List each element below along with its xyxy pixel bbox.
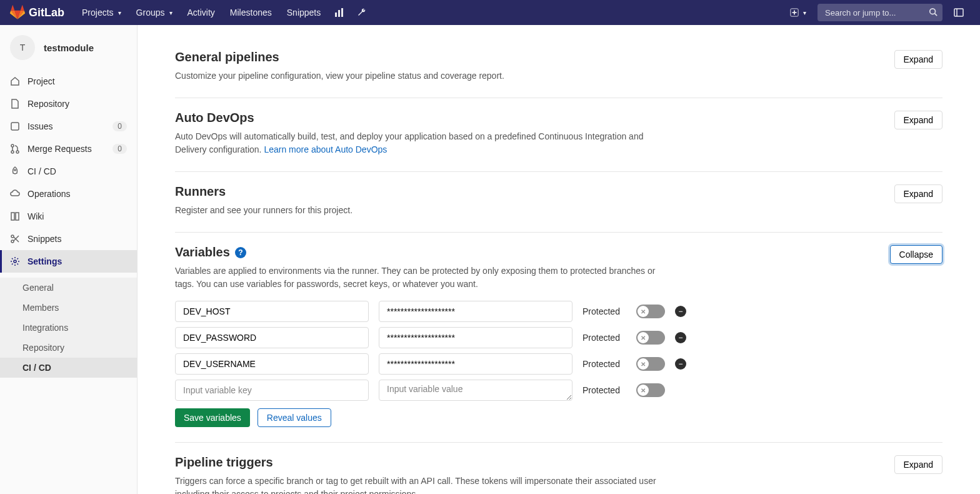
section-title: General pipelines	[175, 50, 882, 64]
nav-wrench-icon[interactable]	[351, 0, 373, 25]
section-pipeline-triggers: Pipeline triggers Triggers can force a s…	[175, 443, 942, 494]
save-variables-button[interactable]: Save variables	[175, 408, 250, 427]
protected-label: Protected	[582, 359, 626, 369]
collapse-button[interactable]: Collapse	[890, 245, 942, 264]
navbar-right	[784, 0, 970, 25]
protected-label: Protected	[582, 333, 626, 343]
section-desc: Customize your pipeline configuration, v…	[175, 69, 662, 83]
gear-icon	[10, 256, 20, 266]
issues-badge: 0	[112, 121, 127, 131]
settings-sub-members[interactable]: Members	[0, 298, 137, 318]
variable-row: Protected −	[175, 327, 942, 348]
section-variables: Variables? Variables are applied to envi…	[175, 233, 942, 443]
variable-key-input[interactable]	[175, 353, 369, 375]
svg-point-9	[11, 151, 14, 153]
gitlab-icon	[10, 5, 25, 20]
sidebar-item-cicd[interactable]: CI / CD	[0, 160, 137, 183]
protected-label: Protected	[582, 385, 626, 395]
reveal-values-button[interactable]: Reveal values	[258, 408, 331, 427]
svg-point-10	[16, 151, 19, 153]
settings-submenu: General Members Integrations Repository …	[0, 278, 137, 378]
sidebar-item-settings[interactable]: Settings	[0, 250, 137, 273]
protected-toggle[interactable]	[636, 331, 665, 345]
project-avatar: T	[10, 35, 35, 60]
nav-groups[interactable]: Groups	[129, 0, 180, 25]
nav-chart-icon[interactable]	[328, 0, 351, 25]
section-desc: Variables are applied to environments vi…	[175, 265, 662, 291]
remove-button[interactable]: −	[675, 332, 686, 343]
gitlab-logo[interactable]: GitLab	[10, 5, 64, 20]
variable-key-input[interactable]	[175, 301, 369, 322]
sidebar-item-project[interactable]: Project	[0, 70, 137, 93]
svg-rect-7	[11, 123, 19, 130]
scissors-icon	[10, 234, 20, 244]
svg-point-12	[11, 235, 14, 238]
learn-more-link[interactable]: Learn more about Auto DevOps	[264, 144, 387, 154]
variable-value-input[interactable]	[379, 327, 572, 348]
search-icon	[929, 8, 938, 18]
sidebar-item-wiki[interactable]: Wiki	[0, 205, 137, 228]
svg-point-4	[930, 9, 936, 14]
variable-row: Protected −	[175, 301, 942, 322]
search-input[interactable]	[818, 4, 942, 21]
variable-value-input[interactable]	[379, 301, 572, 322]
protected-toggle[interactable]	[636, 305, 665, 318]
svg-point-8	[11, 144, 14, 147]
sidebar-item-repository[interactable]: Repository	[0, 93, 137, 115]
side-nav: Project Repository Issues0 Merge Request…	[0, 70, 137, 278]
remove-button[interactable]: −	[675, 358, 686, 370]
section-title: Variables?	[175, 245, 878, 260]
mr-badge: 0	[112, 144, 127, 154]
settings-sub-general[interactable]: General	[0, 278, 137, 298]
settings-sub-repository[interactable]: Repository	[0, 338, 137, 358]
sidebar-item-issues[interactable]: Issues0	[0, 115, 137, 138]
nav-activity[interactable]: Activity	[180, 0, 222, 25]
variable-row: Protected −	[175, 353, 942, 375]
expand-button[interactable]: Expand	[894, 455, 942, 474]
variables-table: Protected − Protected − Protected −	[175, 301, 942, 401]
main-content: General pipelines Customize your pipelin…	[138, 25, 980, 494]
plus-dropdown[interactable]	[784, 0, 812, 25]
nav-snippets[interactable]: Snippets	[279, 0, 328, 25]
sidebar-item-snippets[interactable]: Snippets	[0, 228, 137, 250]
settings-sub-integrations[interactable]: Integrations	[0, 318, 137, 338]
variable-key-input[interactable]	[175, 380, 369, 401]
sidebar: T testmodule Project Repository Issues0 …	[0, 25, 138, 494]
cloud-icon	[10, 189, 20, 199]
section-title: Auto DevOps	[175, 111, 882, 125]
section-title: Runners	[175, 184, 882, 199]
brand-text: GitLab	[29, 6, 64, 19]
protected-toggle[interactable]	[636, 383, 665, 397]
section-title: Pipeline triggers	[175, 455, 882, 470]
svg-rect-2	[341, 8, 343, 17]
nav-milestones[interactable]: Milestones	[222, 0, 279, 25]
section-auto-devops: Auto DevOps Auto DevOps will automatical…	[175, 98, 942, 172]
expand-button[interactable]: Expand	[894, 184, 942, 203]
variable-key-input[interactable]	[175, 327, 369, 348]
settings-sub-cicd[interactable]: CI / CD	[0, 358, 137, 378]
expand-button[interactable]: Expand	[894, 50, 942, 69]
svg-rect-1	[338, 10, 340, 17]
issues-icon	[10, 121, 20, 131]
variable-row-new: Protected	[175, 380, 942, 401]
doc-icon	[10, 99, 20, 109]
sidebar-item-operations[interactable]: Operations	[0, 183, 137, 205]
variable-value-input[interactable]	[379, 353, 572, 375]
top-navbar: GitLab Projects Groups Activity Mileston…	[0, 0, 980, 25]
svg-rect-5	[954, 9, 963, 16]
svg-point-14	[14, 260, 16, 263]
remove-button[interactable]: −	[675, 306, 686, 317]
protected-toggle[interactable]	[636, 357, 665, 371]
help-icon[interactable]: ?	[235, 247, 246, 258]
variables-actions: Save variables Reveal values	[175, 408, 942, 427]
expand-button[interactable]: Expand	[894, 111, 942, 129]
section-runners: Runners Register and see your runners fo…	[175, 172, 942, 233]
nav-sidebar-toggle-icon[interactable]	[948, 0, 970, 25]
nav-projects[interactable]: Projects	[74, 0, 129, 25]
sidebar-item-merge-requests[interactable]: Merge Requests0	[0, 138, 137, 160]
variable-value-input[interactable]	[379, 380, 572, 401]
home-icon	[10, 76, 20, 86]
project-header[interactable]: T testmodule	[0, 25, 137, 70]
svg-point-13	[11, 240, 14, 243]
search-wrap	[818, 4, 942, 21]
